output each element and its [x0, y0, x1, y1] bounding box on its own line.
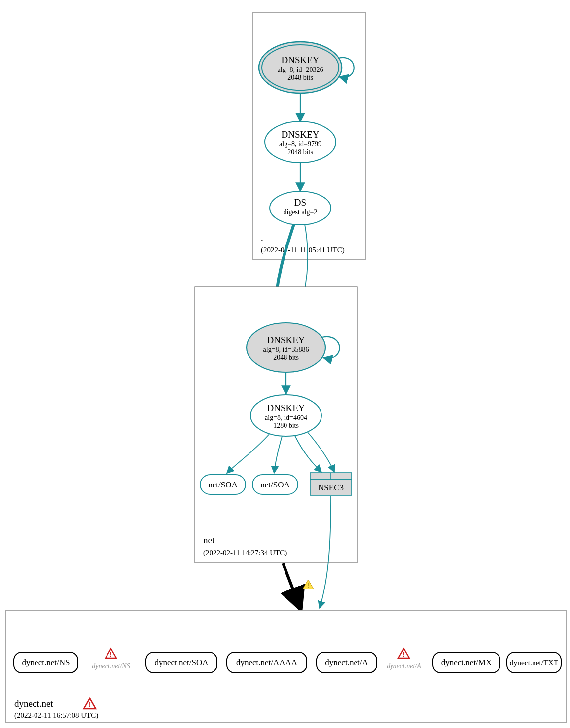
- record-dynect-a: dynect.net/A: [317, 652, 377, 673]
- node-sub1: alg=8, id=20326: [278, 66, 323, 73]
- node-sub1: digest alg=2: [284, 208, 318, 216]
- node-title: DS: [294, 197, 306, 208]
- zone-net: DNSKEY alg=8, id=35886 2048 bits DNSKEY …: [195, 287, 357, 563]
- node-title: net/SOA: [208, 480, 238, 489]
- record-label: dynect.net/NS: [22, 658, 70, 667]
- zone-root-timestamp: (2022-02-11 11:05:41 UTC): [261, 246, 345, 254]
- node-sub2: 2048 bits: [287, 74, 313, 81]
- zone-root-label: .: [261, 233, 263, 243]
- node-title: DNSKEY: [267, 335, 305, 345]
- node-root-ksk: DNSKEY alg=8, id=20326 2048 bits: [259, 42, 342, 93]
- svg-text:!: !: [307, 581, 309, 589]
- node-title: DNSKEY: [281, 55, 319, 65]
- node-sub1: alg=8, id=35886: [263, 346, 309, 353]
- node-net-ksk: DNSKEY alg=8, id=35886 2048 bits: [247, 323, 325, 372]
- node-sub1: alg=8, id=4604: [265, 414, 307, 421]
- record-label: dynect.net/TXT: [510, 659, 559, 667]
- record-dynect-aaaa: dynect.net/AAAA: [227, 652, 307, 673]
- record-label: dynect.net/A: [325, 658, 368, 667]
- svg-text:!: !: [89, 701, 91, 709]
- zone-root: DNSKEY alg=8, id=20326 2048 bits DNSKEY …: [252, 13, 366, 259]
- node-net-soa1: net/SOA: [200, 475, 246, 494]
- node-root-ds: DS digest alg=2: [270, 191, 331, 225]
- node-net-soa2: net/SOA: [252, 475, 298, 494]
- node-sub2: 2048 bits: [287, 148, 313, 156]
- record-label: dynect.net/MX: [441, 658, 492, 667]
- zone-dynect-label: dynect.net: [14, 698, 53, 709]
- record-dynect-txt: dynect.net/TXT: [507, 652, 561, 673]
- record-dynect-mx: dynect.net/MX: [433, 652, 500, 673]
- edge-net-to-dynect-black: [283, 563, 300, 608]
- node-title: net/SOA: [260, 480, 290, 489]
- record-dynect-ns: dynect.net/NS: [14, 652, 78, 673]
- svg-text:!: !: [110, 651, 112, 658]
- warning-icon-edge: !: [303, 580, 314, 589]
- record-label: dynect.net/A: [387, 662, 421, 670]
- node-root-zsk: DNSKEY alg=8, id=9799 2048 bits: [265, 121, 336, 163]
- record-dynect-soa: dynect.net/SOA: [146, 652, 217, 673]
- node-net-nsec3: NSEC3: [310, 473, 352, 495]
- node-net-zsk: DNSKEY alg=8, id=4604 1280 bits: [250, 395, 321, 436]
- zone-net-label: net: [203, 535, 215, 545]
- record-label: dynect.net/SOA: [154, 658, 209, 667]
- zone-dynect: dynect.net/NS ! dynect.net/NS dynect.net…: [6, 610, 566, 723]
- node-sub1: alg=8, id=9799: [279, 140, 321, 148]
- svg-text:!: !: [403, 651, 405, 658]
- svg-point-4: [270, 191, 331, 225]
- zone-dynect-timestamp: (2022-02-11 16:57:08 UTC): [14, 711, 98, 720]
- node-sub2: 1280 bits: [273, 422, 299, 429]
- node-sub2: 2048 bits: [273, 354, 299, 361]
- node-title: DNSKEY: [281, 129, 319, 139]
- node-title: NSEC3: [318, 483, 344, 492]
- zone-net-timestamp: (2022-02-11 14:27:34 UTC): [203, 549, 287, 557]
- node-title: DNSKEY: [267, 403, 305, 413]
- record-label: dynect.net/NS: [92, 662, 130, 670]
- record-label: dynect.net/AAAA: [236, 658, 298, 667]
